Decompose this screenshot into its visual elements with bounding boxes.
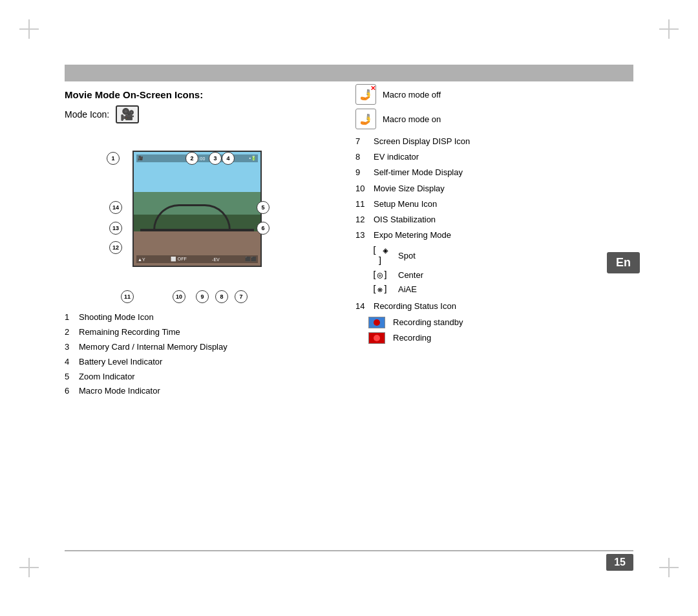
spot-icon: [ ◈ ]: [368, 245, 392, 266]
standby-dot: [374, 319, 380, 326]
screen-icon-left: 🎥: [138, 156, 143, 161]
list-item: 12OIS Stabilization: [355, 214, 633, 226]
list-item: 11Setup Menu Icon: [355, 198, 633, 210]
callout-4: 4: [222, 152, 235, 165]
camera-screen: 🎥 00:10:00 ▪️🔋 ▲Y ⬜ OFF -EV ⬛⬛: [132, 151, 262, 267]
macro-off-icon: 🤳✕: [355, 84, 376, 105]
screen-bottom-mid: ⬜ OFF: [171, 257, 187, 262]
callout-13: 13: [109, 222, 122, 235]
section-title: Movie Mode On-Screen Icons:: [65, 89, 330, 100]
callout-12: 12: [109, 241, 122, 254]
expo-sub-items: [ ◈ ] Spot [◎] Center [❋] AiAE: [368, 245, 633, 294]
list-item: 13Expo Metering Mode: [355, 229, 633, 241]
recording-row: Recording: [368, 332, 633, 344]
x-mark-icon: ✕: [370, 85, 375, 92]
center-icon: [◎]: [368, 270, 392, 280]
left-items-list: 1 Shooting Mode Icon 2 Remaining Recordi…: [65, 312, 330, 397]
recording-standby-row: Recording standby: [368, 317, 633, 328]
screen-bottom-ev: -EV: [212, 257, 220, 262]
callout-7: 7: [235, 290, 248, 303]
bridge-silhouette: [140, 204, 254, 237]
expo-spot: [ ◈ ] Spot: [368, 245, 633, 266]
list-item: 6 Macro Mode Indicator: [65, 386, 330, 397]
screen-bottom-right: ⬛⬛: [245, 257, 257, 262]
page-number: 15: [606, 554, 633, 571]
recording-dot: [374, 335, 380, 341]
callout-8: 8: [215, 290, 228, 303]
callout-1: 1: [107, 152, 120, 165]
corner-mark-bl: [19, 551, 45, 577]
mode-icon-label: Mode Icon:: [65, 109, 109, 120]
screen-bottom-left: ▲Y: [138, 257, 145, 262]
list-item: 1 Shooting Mode Icon: [65, 312, 330, 323]
callout-5: 5: [257, 201, 270, 214]
bridge-road: [140, 229, 254, 231]
macro-on-icon: 🤳: [355, 109, 376, 129]
screen-ui-bottom: ▲Y ⬜ OFF -EV ⬛⬛: [136, 255, 258, 263]
list-item: 10Movie Size Display: [355, 183, 633, 195]
expo-aiae: [❋] AiAE: [368, 284, 633, 294]
callout-11: 11: [121, 290, 134, 303]
corner-mark-br: [653, 551, 679, 577]
recording-status-list: 14 Recording Status Icon: [355, 301, 633, 312]
callout-9: 9: [196, 290, 209, 303]
list-item-battery: 4 Battery Level Indicator: [65, 357, 330, 368]
center-label: Center: [398, 270, 423, 280]
list-item: 3 Memory Card / Internal Memory Display: [65, 342, 330, 353]
spot-label: Spot: [398, 251, 416, 260]
list-item: 2 Remaining Recording Time: [65, 327, 330, 338]
macro-off-row: 🤳✕ Macro mode off: [355, 84, 633, 105]
mode-icon-image: [116, 105, 139, 123]
callout-10: 10: [173, 290, 185, 303]
aiae-label: AiAE: [398, 284, 417, 294]
recording-label: Recording: [393, 333, 431, 343]
screen-icons-right: ▪️🔋: [249, 156, 257, 161]
top-bar: [65, 65, 633, 81]
right-column: 🤳✕ Macro mode off 🤳 Macro mode on 7Scree…: [343, 84, 633, 545]
recording-standby-label: Recording standby: [393, 317, 463, 327]
main-content: Movie Mode On-Screen Icons: Mode Icon: 🎥…: [65, 84, 633, 545]
left-column: Movie Mode On-Screen Icons: Mode Icon: 🎥…: [65, 84, 343, 545]
macro-section: 🤳✕ Macro mode off 🤳 Macro mode on: [355, 84, 633, 129]
callout-14: 14: [109, 201, 122, 214]
callout-3: 3: [209, 152, 222, 165]
callout-6: 6: [257, 222, 270, 235]
recording-status-item: 14 Recording Status Icon: [355, 301, 633, 312]
bridge-arch: [153, 204, 231, 230]
callout-2: 2: [185, 152, 198, 165]
list-item: 5 Zoom Indicator: [65, 372, 330, 383]
corner-mark-tr: [653, 19, 679, 45]
list-item: 7Screen Display DISP Icon: [355, 136, 633, 147]
recording-icon: [368, 332, 385, 344]
diagram-container: 🎥 00:10:00 ▪️🔋 ▲Y ⬜ OFF -EV ⬛⬛ 1 2 3 4 5…: [107, 131, 288, 306]
aiae-icon: [❋]: [368, 284, 392, 294]
list-item: 8EV indicator: [355, 151, 633, 163]
corner-mark-tl: [19, 19, 45, 45]
macro-on-row: 🤳 Macro mode on: [355, 109, 633, 129]
macro-off-label: Macro mode off: [383, 90, 441, 100]
mode-icon-row: Mode Icon:: [65, 105, 330, 123]
macro-on-label: Macro mode on: [383, 114, 441, 124]
expo-center: [◎] Center: [368, 270, 633, 280]
list-item: 9Self-timer Mode Display: [355, 167, 633, 178]
right-items-list: 7Screen Display DISP Icon 8EV indicator …: [355, 136, 633, 241]
recording-standby-icon: [368, 317, 385, 328]
bottom-bar: [65, 550, 633, 551]
